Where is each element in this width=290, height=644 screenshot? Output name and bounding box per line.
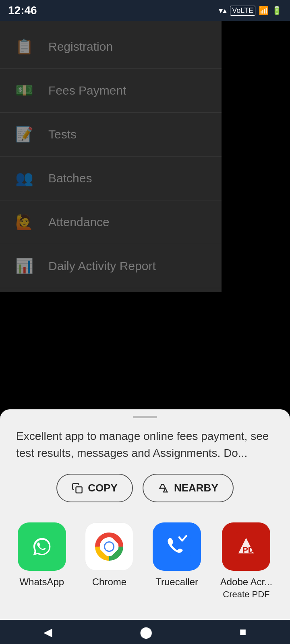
copy-button[interactable]: COPY <box>56 474 133 502</box>
back-button[interactable]: ◀ <box>44 625 52 639</box>
home-button[interactable]: ⬤ <box>140 625 152 639</box>
share-app-whatsapp[interactable]: WhatsApp <box>18 522 66 600</box>
adobe-label: Adobe Acr... <box>220 576 272 588</box>
recent-button[interactable]: ■ <box>240 625 246 638</box>
svg-point-4 <box>105 543 113 551</box>
share-apps-row: WhatsApp <box>0 518 290 608</box>
status-time: 12:46 <box>8 4 37 17</box>
chrome-label: Chrome <box>92 576 126 588</box>
whatsapp-label: WhatsApp <box>19 576 64 588</box>
chrome-icon <box>85 522 133 571</box>
whatsapp-icon <box>18 522 66 571</box>
navigation-bar: ◀ ⬤ ■ <box>0 620 290 644</box>
adobe-icon: PDF <box>222 522 270 571</box>
truecaller-label: Truecaller <box>155 576 198 588</box>
copy-icon <box>72 483 83 494</box>
nearby-icon <box>158 483 169 494</box>
share-description: Excellent app to manage online fees paym… <box>0 428 290 474</box>
nearby-button[interactable]: NEARBY <box>143 474 234 502</box>
volte-icon: VoLTE <box>230 6 255 16</box>
copy-label: COPY <box>88 482 118 494</box>
svg-text:PDF: PDF <box>243 545 259 554</box>
share-app-chrome[interactable]: Chrome <box>85 522 133 600</box>
status-bar: 12:46 ▾▴ VoLTE 📶 🔋 <box>0 0 290 21</box>
nearby-label: NEARBY <box>174 482 218 494</box>
share-app-truecaller[interactable]: Truecaller <box>153 522 201 600</box>
sheet-overlay[interactable] <box>0 0 290 386</box>
sheet-drag-handle[interactable] <box>133 416 157 418</box>
share-bottom-sheet: Excellent app to manage online fees paym… <box>0 409 290 620</box>
signal-icon: 📶 <box>259 6 269 15</box>
wifi-icon: ▾▴ <box>219 6 227 15</box>
share-app-adobe[interactable]: PDF Adobe Acr... Create PDF <box>220 522 272 600</box>
sheet-action-buttons: COPY NEARBY <box>0 474 290 518</box>
svg-point-1 <box>29 534 55 559</box>
svg-rect-0 <box>76 487 82 493</box>
truecaller-icon <box>153 522 201 571</box>
battery-icon: 🔋 <box>272 6 282 15</box>
status-icons: ▾▴ VoLTE 📶 🔋 <box>219 6 282 16</box>
adobe-sub-label: Create PDF <box>223 589 269 600</box>
